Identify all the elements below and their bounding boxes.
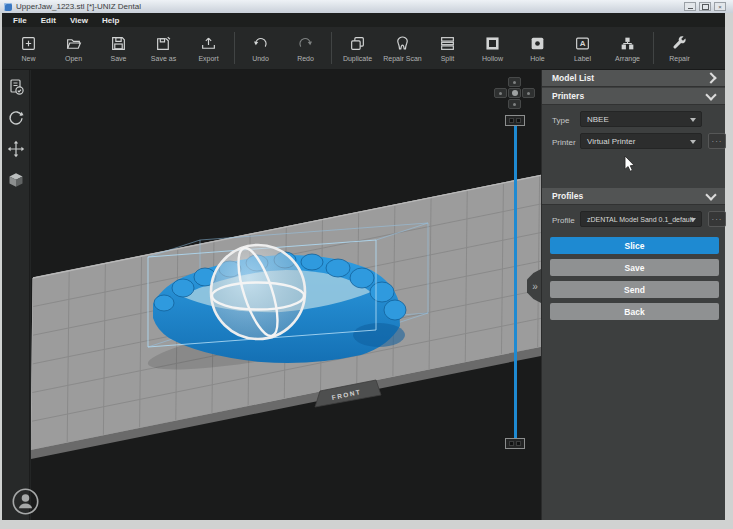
arrow-left-icon [499,92,502,95]
toolbar-label: Duplicate [343,55,372,62]
toolbar-separator [234,32,235,64]
close-button[interactable]: × [714,2,726,11]
slice-slider-bottom-handle[interactable] [505,438,525,449]
slice-slider-track[interactable] [514,126,517,438]
type-dropdown[interactable]: NBEE [580,111,702,127]
repair-button[interactable]: Repair [657,29,702,67]
slice-button[interactable]: Slice [550,237,719,254]
menu-view[interactable]: View [63,16,95,25]
settings-panel: Model List Printers Type NBEE Printer Vi… [541,70,725,520]
toolbar-label: Repair [669,55,690,62]
save-as-button[interactable]: Save as [141,29,186,67]
select-tool-button[interactable] [4,75,28,99]
printer-dropdown[interactable]: Virtual Printer [580,133,702,149]
menu-bar: File Edit View Help [2,13,725,27]
printer-more-button[interactable]: ··· [708,133,726,149]
handle-notch [509,118,514,123]
profile-dropdown[interactable]: zDENTAL Model Sand 0.1_default [580,211,702,227]
toolbar-label: Save [111,55,127,62]
app-icon [4,3,12,11]
label-button[interactable]: A Label [560,29,605,67]
svg-text:A: A [580,39,586,48]
toolbar-label: Arrange [615,55,640,62]
printer-label: Printer [552,138,576,147]
menu-help[interactable]: Help [95,16,126,25]
printers-header[interactable]: Printers [542,88,725,105]
menu-edit[interactable]: Edit [34,16,63,25]
chevron-down-icon [705,189,716,200]
redo-button[interactable]: Redo [283,29,328,67]
hollow-button[interactable]: Hollow [470,29,515,67]
slice-slider-top-handle[interactable] [505,115,525,126]
handle-notch [516,441,521,446]
move-tool-button[interactable] [4,137,28,161]
scene-canvas: FRONT [31,70,541,520]
view-home-button[interactable] [508,88,521,98]
new-button[interactable]: New [6,29,51,67]
handle-notch [509,441,514,446]
repair-scan-button[interactable]: Repair Scan [380,29,425,67]
printer-value: Virtual Printer [587,137,635,146]
pan-right-button[interactable] [522,88,535,98]
caret-down-icon [690,118,696,122]
type-label: Type [552,116,569,125]
save-button[interactable]: Save [96,29,141,67]
hole-button[interactable]: Hole [515,29,560,67]
undo-button[interactable]: Undo [238,29,283,67]
mouse-cursor [624,156,636,174]
handle-notch [516,118,521,123]
caret-down-icon [690,140,696,144]
toolbar-label: Split [441,55,455,62]
orient-tool-icon [7,171,25,189]
chevron-right-icon [705,72,716,83]
pan-down-button[interactable] [508,99,521,109]
open-button[interactable]: Open [51,29,96,67]
rotate-gizmo[interactable] [211,244,305,340]
select-tool-icon [7,78,25,96]
export-icon [200,35,217,52]
repair-icon [671,35,688,52]
profile-more-button[interactable]: ··· [708,211,726,227]
type-value: NBEE [587,115,609,124]
toolbar-label: Export [198,55,218,62]
home-dot-icon [512,90,518,96]
toolbar-label: Open [65,55,82,62]
send-button[interactable]: Send [550,281,719,298]
menu-file[interactable]: File [6,16,34,25]
model-list-header[interactable]: Model List [542,70,725,87]
save-profile-button[interactable]: Save [550,259,719,276]
duplicate-button[interactable]: Duplicate [335,29,380,67]
orient-tool-button[interactable] [4,168,28,192]
minimize-button[interactable] [684,2,696,11]
toolbar-label: Repair Scan [383,55,422,62]
redo-icon [297,35,314,52]
undo-icon [252,35,269,52]
arrange-icon [619,35,636,52]
save-as-icon [155,35,172,52]
rotate-tool-button[interactable] [4,106,28,130]
arrange-button[interactable]: Arrange [605,29,650,67]
maximize-button[interactable] [699,2,711,11]
duplicate-icon [349,35,366,52]
app-window: File Edit View Help New Open Save Save a… [2,13,725,520]
title-bar: UpperJaw_1223.stl [*]-UNIZ Dental × [0,0,733,13]
profiles-header[interactable]: Profiles [542,188,725,205]
back-button[interactable]: Back [550,303,719,320]
toolbar: New Open Save Save as Export Undo Redo [2,27,725,70]
repair-scan-icon [394,35,411,52]
tool-sidebar [2,70,30,520]
toolbar-separator [653,32,654,64]
export-button[interactable]: Export [186,29,231,67]
viewport-3d[interactable]: FRONT [31,70,541,520]
profiles-title: Profiles [552,191,583,201]
rotate-tool-icon [7,109,25,127]
split-button[interactable]: Split [425,29,470,67]
pan-left-button[interactable] [494,88,507,98]
account-button[interactable] [12,488,39,515]
user-avatar-icon [12,488,39,515]
new-icon [20,35,37,52]
arrow-up-icon [513,81,516,84]
split-icon [439,35,456,52]
pan-up-button[interactable] [508,77,521,87]
profile-label: Profile [552,216,575,225]
